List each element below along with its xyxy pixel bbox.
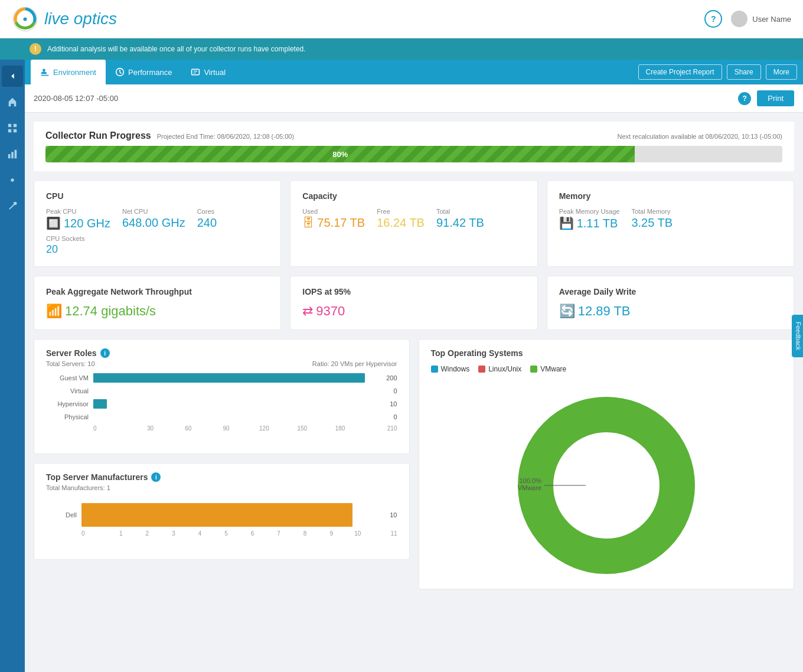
- linux-legend-label: Linux/Unix: [488, 365, 521, 373]
- net-cpu-item: Net CPU 648.00 GHz: [122, 208, 185, 230]
- sidebar-item-chart[interactable]: [2, 143, 23, 165]
- bar-fill-hypervisor: [93, 399, 107, 409]
- server-roles-ratio: Ratio: 20 VMs per Hypervisor: [312, 360, 397, 367]
- bar-val-guest-vm: 200: [380, 374, 397, 381]
- user-info: User Name: [731, 11, 791, 27]
- date-help-button[interactable]: ?: [738, 92, 751, 105]
- total-memory-value: 3.25 TB: [631, 216, 673, 230]
- bar-val-physical: 0: [380, 413, 397, 420]
- net-cpu-value: 648.00 GHz: [122, 216, 185, 230]
- manufacturers-x-axis: 0 1 2 3 4 5 6 7 8 9 10 1: [46, 530, 397, 537]
- server-roles-chart: Guest VM 200 Virtual: [46, 373, 397, 445]
- sidebar-item-settings[interactable]: [2, 169, 23, 191]
- bar-row-hypervisor: Hypervisor 10: [46, 399, 397, 409]
- total-capacity-label: Total: [436, 208, 484, 215]
- bar-val-virtual: 0: [380, 387, 397, 394]
- iops-card-title: IOPS at 95%: [302, 287, 525, 296]
- logo-area: live optics: [12, 6, 704, 32]
- sidebar-item-collapse[interactable]: [2, 66, 23, 87]
- peak-memory-label: Peak Memory Usage: [559, 208, 620, 215]
- bar-label-hypervisor: Hypervisor: [46, 400, 93, 407]
- progress-bar-fill: 80%: [45, 146, 635, 162]
- bottom-section: Server Roles i Total Servers: 10 Ratio: …: [34, 339, 794, 589]
- bar-label-physical: Physical: [46, 413, 93, 420]
- cores-item: Cores 240: [197, 208, 217, 230]
- server-roles-x-axis: 0 30 60 90 120 150 180 210: [46, 425, 397, 432]
- bar-fill-dell: [81, 503, 352, 527]
- virtual-tab-icon: [191, 67, 200, 77]
- total-memory-label: Total Memory: [631, 208, 673, 215]
- legend-linux: Linux/Unix: [478, 365, 521, 373]
- server-roles-title: Server Roles i: [46, 348, 397, 358]
- manufacturers-total: Total Manufacturers: 1: [46, 484, 110, 491]
- total-capacity-value: 91.42 TB: [436, 216, 484, 230]
- total-capacity-item: Total 91.42 TB: [436, 208, 484, 230]
- capacity-stat-values: Used 🗄 75.17 TB Free 16.24 TB Total: [302, 208, 525, 230]
- sidebar-item-tools[interactable]: [2, 195, 23, 217]
- date-bar-right: ? Print: [738, 90, 794, 106]
- vmware-legend-dot: [530, 366, 537, 373]
- cpu-card-title: CPU: [46, 191, 269, 201]
- warning-icon: !: [30, 43, 41, 55]
- tab-virtual[interactable]: Virtual: [181, 60, 235, 84]
- svg-rect-8: [11, 152, 14, 158]
- adw-value: 🔄 12.89 TB: [559, 304, 782, 319]
- network-value: 📶 12.74 gigabits/s: [46, 304, 269, 319]
- tab-virtual-label: Virtual: [204, 68, 226, 77]
- print-button[interactable]: Print: [757, 90, 794, 106]
- memory-stat-values: Peak Memory Usage 💾 1.11 TB Total Memory…: [559, 208, 782, 230]
- bar-container-physical: [93, 412, 380, 422]
- cpu-card: CPU Peak CPU 🔲 120 GHz Net CPU 648.00 GH…: [34, 180, 281, 267]
- help-button[interactable]: ?: [704, 10, 722, 28]
- linux-legend-dot: [478, 366, 485, 373]
- svg-point-10: [11, 178, 14, 181]
- tab-environment-label: Environment: [53, 68, 96, 77]
- logo-text: live optics: [44, 9, 117, 28]
- peak-cpu-value: 🔲 120 GHz: [46, 216, 110, 230]
- used-label: Used: [302, 208, 365, 215]
- cores-value: 240: [197, 216, 217, 230]
- db-icon: 🗄: [302, 216, 314, 230]
- adw-card: Average Daily Write 🔄 12.89 TB: [547, 276, 794, 330]
- collector-recalc: Next recalculation available at 08/06/20…: [618, 133, 782, 140]
- legend-windows: Windows: [431, 365, 470, 373]
- progress-bar: 80%: [45, 146, 782, 162]
- share-button[interactable]: Share: [727, 64, 761, 80]
- cores-label: Cores: [197, 208, 217, 215]
- tab-performance[interactable]: Performance: [106, 60, 181, 84]
- sidebar-item-home[interactable]: [2, 92, 23, 113]
- server-roles-info-icon[interactable]: i: [100, 348, 110, 358]
- tab-environment[interactable]: Environment: [31, 60, 106, 84]
- bar-val-dell: 10: [380, 511, 397, 518]
- sockets-value: 20: [46, 243, 269, 256]
- bar-label-guest-vm: Guest VM: [46, 374, 93, 381]
- feedback-tab[interactable]: Feedback: [792, 315, 803, 357]
- gear-icon: [7, 175, 18, 185]
- adw-card-title: Average Daily Write: [559, 287, 782, 296]
- svg-point-2: [24, 17, 27, 21]
- os-legend: Windows Linux/Unix VMware: [431, 365, 782, 373]
- bar-label-dell: Dell: [46, 511, 81, 518]
- user-name: User Name: [752, 15, 791, 24]
- more-button[interactable]: More: [766, 64, 797, 80]
- top-os-card: Top Operating Systems Windows Linux/Unix: [419, 339, 795, 589]
- environment-tab-icon: [40, 67, 50, 77]
- iops-value: ⇄ 9370: [302, 304, 525, 319]
- manufacturers-chart: Dell 10 0 1 2 3: [46, 503, 397, 550]
- iops-icon: ⇄: [302, 304, 313, 319]
- donut-legend: Windows Linux/Unix VMware: [431, 365, 782, 373]
- svg-rect-4: [14, 124, 17, 127]
- manufacturers-info-icon[interactable]: i: [151, 472, 161, 482]
- manufacturers-card: Top Server Manufacturers i Total Manufac…: [34, 463, 410, 560]
- collector-projected: Projected End Time: 08/06/2020, 12:08 (-…: [157, 133, 294, 140]
- bar-container-dell: [81, 503, 380, 527]
- collector-title-row: Collector Run Progress Projected End Tim…: [45, 131, 782, 141]
- peak-cpu-item: Peak CPU 🔲 120 GHz: [46, 208, 110, 230]
- free-label: Free: [377, 208, 425, 215]
- left-charts: Server Roles i Total Servers: 10 Ratio: …: [34, 339, 410, 589]
- svg-rect-9: [15, 150, 17, 158]
- bar-container-virtual: [93, 386, 380, 396]
- svg-rect-5: [8, 129, 11, 132]
- sidebar-item-grid[interactable]: [2, 118, 23, 139]
- create-report-button[interactable]: Create Project Report: [638, 64, 722, 80]
